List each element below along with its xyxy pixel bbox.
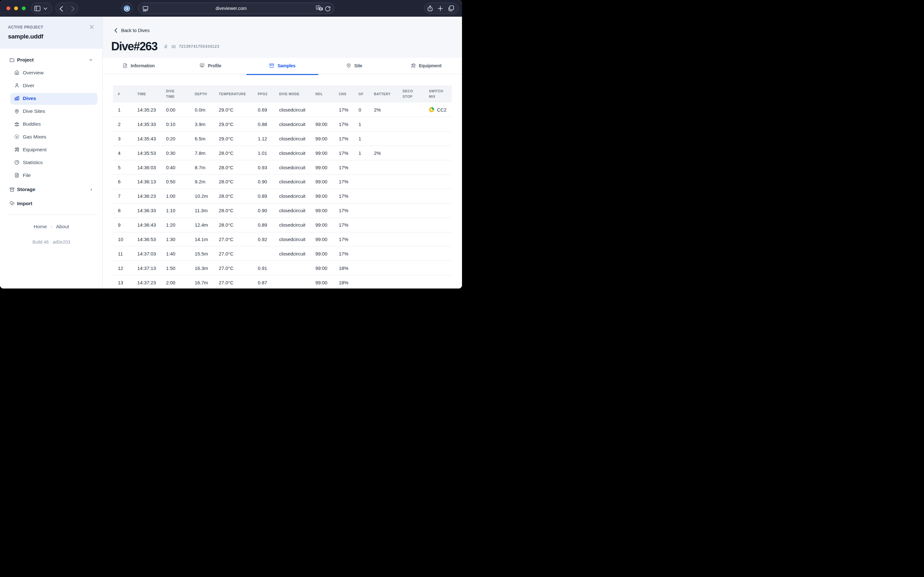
svg-text:文: 文 <box>319 8 322 11</box>
